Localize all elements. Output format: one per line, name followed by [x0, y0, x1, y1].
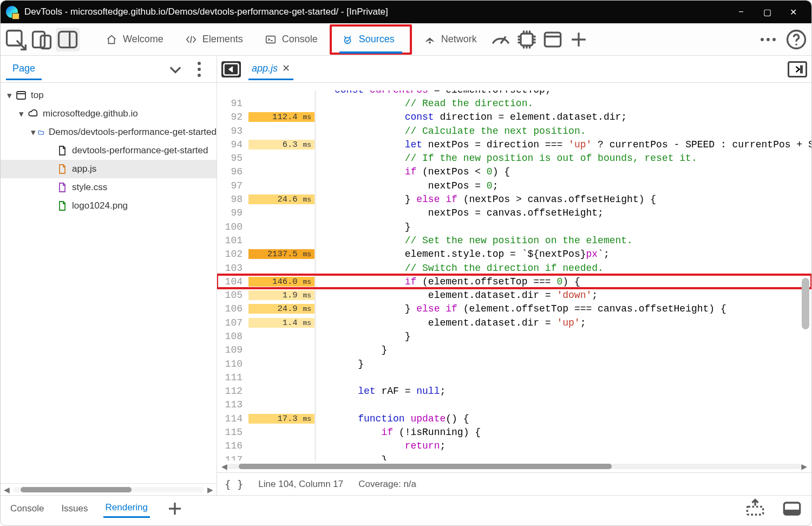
drawer-expand-button[interactable] — [743, 497, 767, 521]
drawer-tab-console[interactable]: Console — [8, 500, 46, 517]
help-button[interactable] — [784, 28, 808, 51]
code-line[interactable]: 116 return; — [217, 439, 811, 453]
svg-point-19 — [198, 62, 201, 65]
editor-vscrollbar[interactable] — [802, 278, 809, 329]
toggle-debugger-button[interactable] — [788, 61, 807, 77]
tree-file-label: devtools-performance-get-started — [72, 145, 208, 156]
tree-file-appjs[interactable]: app.js — [1, 160, 217, 178]
code-line[interactable]: 11417.3 ms function update() { — [217, 412, 811, 425]
folder-icon — [38, 127, 44, 138]
sidebar-dropdown-button[interactable] — [163, 57, 187, 81]
close-file-button[interactable]: ✕ — [282, 62, 290, 74]
tab-console[interactable]: Console — [255, 27, 328, 53]
drawer-add-tab-button[interactable] — [163, 497, 187, 521]
code-line[interactable]: 96 if (nextPos < 0) { — [217, 165, 811, 179]
svg-point-15 — [767, 38, 770, 41]
window-maximize-button[interactable]: ▢ — [754, 7, 780, 17]
code-line[interactable]: 115 if (!isRunning) { — [217, 425, 811, 439]
tree-folder[interactable]: ▾ Demos/devtools-performance-get-started — [1, 123, 217, 141]
code-line[interactable]: 101 // Set the new position on the eleme… — [217, 233, 811, 247]
window-minimize-button[interactable]: − — [728, 7, 754, 17]
tab-performance[interactable] — [489, 28, 513, 51]
tab-sources-label: Sources — [359, 34, 395, 45]
tab-network-label: Network — [441, 34, 477, 45]
code-line[interactable]: 110 } — [217, 357, 811, 371]
code-line[interactable]: 95 // If the new position is out of boun… — [217, 151, 811, 165]
tree-file-stylecss[interactable]: style.css — [1, 178, 217, 197]
code-line[interactable]: 113 — [217, 398, 811, 412]
svg-point-7 — [429, 42, 430, 43]
code-line[interactable]: 946.3 ms let nextPos = direction === 'up… — [217, 138, 811, 151]
dock-side-button[interactable] — [56, 28, 80, 51]
svg-point-16 — [772, 38, 776, 41]
code-line[interactable]: 99 nextPos = canvas.offsetHeight; — [217, 206, 811, 220]
tab-console-label: Console — [282, 34, 318, 45]
edge-app-icon — [6, 6, 18, 18]
cursor-position: Line 104, Column 17 — [258, 479, 343, 490]
tree-domain[interactable]: ▾ microsoftedge.github.io — [1, 105, 217, 123]
tab-sources[interactable]: Sources — [332, 27, 410, 53]
tree-file-label: logo1024.png — [72, 200, 128, 211]
code-line[interactable]: 103 // Switch the direction if needed. — [217, 261, 811, 275]
drawer-tab-issues[interactable]: Issues — [59, 500, 90, 517]
code-line[interactable]: 111 — [217, 371, 811, 384]
svg-rect-2 — [41, 35, 50, 48]
sidebar-more-button[interactable] — [187, 57, 211, 81]
window-frame-icon — [16, 90, 27, 101]
code-line[interactable]: 93 // Calculate the next position. — [217, 124, 811, 138]
css-file-icon — [57, 182, 68, 193]
device-toolbar-button[interactable] — [30, 28, 54, 51]
file-tree[interactable]: ▾ top ▾ microsoftedge.github.io ▾ Demos/… — [1, 83, 217, 483]
navigator-sidebar: Page ▾ top ▾ microsoftedge.github.io ▾ D… — [1, 56, 217, 495]
tree-domain-label: microsoftedge.github.io — [43, 108, 138, 119]
window-close-button[interactable]: ✕ — [780, 7, 806, 17]
editor-file-tab[interactable]: app.js ✕ — [248, 58, 293, 80]
drawer-tab-rendering[interactable]: Rendering — [103, 499, 150, 518]
tree-file-html[interactable]: devtools-performance-get-started — [1, 141, 217, 160]
tab-welcome[interactable]: Welcome — [96, 27, 173, 53]
code-line[interactable]: 9824.6 ms } else if (nextPos > canvas.of… — [217, 192, 811, 206]
code-line[interactable]: 92112.4 ms const direction = element.dat… — [217, 111, 811, 124]
tab-elements[interactable]: Elements — [175, 27, 253, 53]
drawer-dock-button[interactable] — [780, 497, 804, 521]
svg-point-18 — [795, 43, 797, 45]
code-line[interactable]: 109 } — [217, 343, 811, 357]
editor-statusbar: { } Line 104, Column 17 Coverage: n/a — [217, 472, 811, 495]
tab-network[interactable]: Network — [414, 27, 487, 53]
svg-rect-25 — [800, 65, 803, 73]
code-line[interactable]: 97 nextPos = 0; — [217, 179, 811, 192]
add-tab-button[interactable] — [567, 28, 591, 51]
code-line[interactable]: 1022137.5 ms element.style.top = `${next… — [217, 248, 811, 261]
svg-rect-1 — [33, 31, 45, 47]
svg-point-21 — [198, 74, 201, 77]
toggle-navigator-button[interactable] — [221, 61, 241, 77]
code-line[interactable]: 100 } — [217, 220, 811, 233]
tree-top-label: top — [31, 90, 44, 101]
code-line[interactable]: 112 let rAF = null; — [217, 385, 811, 398]
sidebar-tab-page[interactable]: Page — [6, 59, 42, 80]
code-line[interactable]: 117 } — [217, 453, 811, 460]
tab-application[interactable] — [541, 28, 565, 51]
tree-top[interactable]: ▾ top — [1, 86, 217, 105]
pretty-print-button[interactable]: { } — [225, 478, 243, 490]
tab-welcome-label: Welcome — [123, 34, 163, 45]
drawer-tabbar: Console Issues Rendering — [1, 495, 811, 521]
editor-hscrollbar[interactable]: ◀▶ — [217, 460, 811, 472]
inspect-element-button[interactable] — [4, 28, 28, 51]
code-line[interactable]: 10624.9 ms } else if (element.offsetTop … — [217, 302, 811, 316]
svg-rect-22 — [17, 92, 25, 99]
tab-memory[interactable] — [515, 28, 539, 51]
code-line[interactable]: 1071.4 ms element.dataset.dir = 'up'; — [217, 316, 811, 329]
sidebar-hscrollbar[interactable]: ◀▶ — [1, 483, 217, 495]
code-editor[interactable]: const currentPos = element.offsetTop;91 … — [217, 83, 811, 472]
code-line[interactable]: 91 // Read the direction. — [217, 96, 811, 110]
more-options-button[interactable] — [756, 28, 780, 51]
code-line[interactable]: 1051.9 ms element.dataset.dir = 'down'; — [217, 288, 811, 302]
svg-rect-30 — [784, 509, 800, 514]
editor-pane: app.js ✕ const currentPos = element.offs… — [217, 56, 811, 495]
tree-folder-label: Demos/devtools-performance-get-started — [49, 127, 217, 138]
tree-file-logo[interactable]: logo1024.png — [1, 197, 217, 215]
code-line[interactable]: 108 } — [217, 329, 811, 343]
svg-rect-28 — [747, 506, 763, 515]
code-line[interactable]: 104146.0 ms if (element.offsetTop === 0)… — [217, 275, 811, 288]
